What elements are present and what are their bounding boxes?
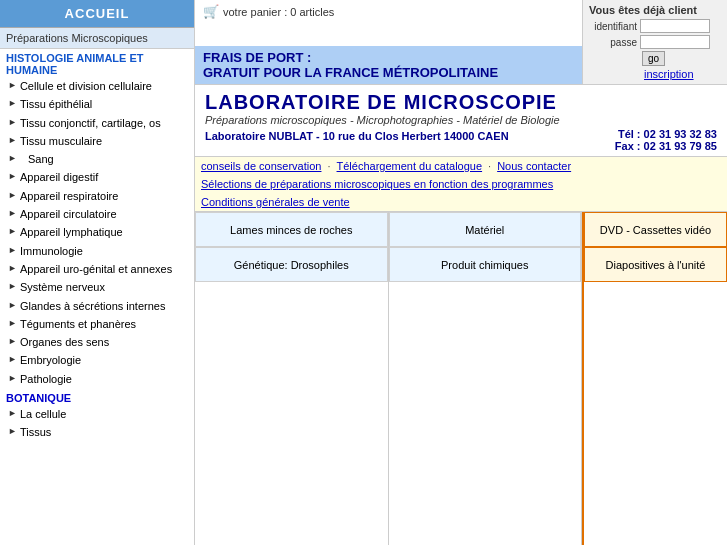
- cart-info: 🛒 votre panier : 0 articles: [203, 4, 574, 19]
- identifiant-input[interactable]: [640, 19, 710, 33]
- sidebar: ACCUEIL Préparations Microscopiques HIST…: [0, 0, 195, 545]
- list-item[interactable]: ► Glandes à sécrétions internes: [0, 297, 194, 315]
- arrow-icon: ►: [8, 226, 17, 238]
- grid-col-1: Lames minces de roches Génétique: Drosop…: [195, 212, 389, 545]
- lab-subtitle: Préparations microscopiques - Microphoto…: [205, 114, 717, 126]
- list-item[interactable]: ► Téguments et phanères: [0, 315, 194, 333]
- lab-address: Laboratoire NUBLAT - 10 rue du Clos Herb…: [205, 130, 509, 142]
- arrow-icon: ►: [8, 208, 17, 220]
- passe-input[interactable]: [640, 35, 710, 49]
- list-item[interactable]: ► Embryologie: [0, 351, 194, 369]
- links-row: conseils de conservation · Téléchargemen…: [195, 157, 727, 212]
- login-title: Vous êtes déjà client: [589, 4, 721, 16]
- identifiant-label: identifiant: [589, 21, 637, 32]
- arrow-icon: ►: [8, 336, 17, 348]
- arrow-icon: ►: [8, 80, 17, 92]
- botanique-category[interactable]: BOTANIQUE: [0, 388, 194, 405]
- accueil-label: ACCUEIL: [65, 6, 130, 21]
- cart-text: votre panier : 0 articles: [223, 6, 334, 18]
- identifiant-row: identifiant: [589, 19, 721, 33]
- list-item[interactable]: ► Appareil digestif: [0, 168, 194, 186]
- list-item[interactable]: ► Appareil circulatoire: [0, 205, 194, 223]
- list-item[interactable]: ► Sang: [0, 150, 194, 168]
- link-selections[interactable]: Sélections de préparations microscopique…: [201, 178, 553, 190]
- grid-cell-produit[interactable]: Produit chimiques: [389, 247, 582, 282]
- arrow-icon: ►: [8, 245, 17, 257]
- list-item[interactable]: ► Cellule et division cellulaire: [0, 77, 194, 95]
- frais-subtitle: GRATUIT POUR LA FRANCE MÉTROPOLITAINE: [203, 65, 574, 80]
- grid-col-3: DVD - Cassettes vidéo Diapositives à l'u…: [582, 212, 727, 545]
- list-item[interactable]: ► Tissus: [0, 423, 194, 441]
- cart-icon: 🛒: [203, 4, 219, 19]
- login-area: Vous êtes déjà client identifiant passe …: [582, 0, 727, 84]
- list-item[interactable]: ► La cellule: [0, 405, 194, 423]
- header-top: 🛒 votre panier : 0 articles FRAIS DE POR…: [195, 0, 727, 85]
- histologie-category[interactable]: HISTOLOGIE ANIMALE ET HUMAINE: [0, 49, 194, 77]
- grid-col-2: Matériel Produit chimiques: [389, 212, 583, 545]
- link-contact[interactable]: Nous contacter: [497, 160, 571, 172]
- go-button[interactable]: go: [642, 51, 665, 66]
- arrow-icon: ►: [8, 318, 17, 330]
- frais-title: FRAIS DE PORT :: [203, 50, 574, 65]
- link-conservation[interactable]: conseils de conservation: [201, 160, 321, 172]
- grid-cell-lames[interactable]: Lames minces de roches: [195, 212, 388, 247]
- bottom-grid: Lames minces de roches Génétique: Drosop…: [195, 212, 727, 545]
- arrow-icon: ►: [8, 281, 17, 293]
- arrow-icon: ►: [8, 117, 17, 129]
- arrow-icon: ►: [8, 354, 17, 366]
- list-item[interactable]: ► Organes des sens: [0, 333, 194, 351]
- histologie-label: HISTOLOGIE ANIMALE ET HUMAINE: [6, 52, 144, 76]
- arrow-icon: ►: [8, 98, 17, 110]
- arrow-icon: ►: [8, 300, 17, 312]
- arrow-icon: ►: [8, 171, 17, 183]
- grid-cell-dvd[interactable]: DVD - Cassettes vidéo: [584, 212, 727, 247]
- botanique-label: BOTANIQUE: [6, 392, 71, 404]
- grid-cell-genetique[interactable]: Génétique: Drosophiles: [195, 247, 388, 282]
- list-item[interactable]: ► Tissu épithélial: [0, 95, 194, 113]
- preparations-header[interactable]: Préparations Microscopiques: [0, 28, 194, 49]
- sidebar-accueil[interactable]: ACCUEIL: [0, 0, 194, 28]
- cart-area: 🛒 votre panier : 0 articles: [195, 0, 582, 44]
- link-conditions[interactable]: Conditions générales de vente: [201, 196, 350, 208]
- list-item[interactable]: ► Tissu conjonctif, cartilage, os: [0, 114, 194, 132]
- arrow-icon: ►: [8, 426, 17, 438]
- passe-label: passe: [589, 37, 637, 48]
- list-item[interactable]: ► Appareil respiratoire: [0, 187, 194, 205]
- preparations-label: Préparations Microscopiques: [6, 32, 148, 44]
- cart-frais-area: 🛒 votre panier : 0 articles FRAIS DE POR…: [195, 0, 582, 84]
- main-content: 🛒 votre panier : 0 articles FRAIS DE POR…: [195, 0, 727, 545]
- list-item[interactable]: ► Immunologie: [0, 242, 194, 260]
- passe-row: passe: [589, 35, 721, 49]
- arrow-icon: ►: [8, 190, 17, 202]
- lab-tel: Tél : 02 31 93 32 83: [615, 128, 717, 140]
- grid-cell-materiel[interactable]: Matériel: [389, 212, 582, 247]
- list-item[interactable]: ► Pathologie: [0, 370, 194, 388]
- list-item[interactable]: ► Appareil lymphatique: [0, 223, 194, 241]
- list-item[interactable]: ► Système nerveux: [0, 278, 194, 296]
- main-title-area: LABORATOIRE DE MICROSCOPIE Préparations …: [195, 85, 727, 157]
- arrow-icon: ►: [8, 135, 17, 147]
- lab-fax: Fax : 02 31 93 79 85: [615, 140, 717, 152]
- grid-cell-diapositives[interactable]: Diapositives à l'unité: [584, 247, 727, 282]
- frais-box: FRAIS DE PORT : GRATUIT POUR LA FRANCE M…: [195, 46, 582, 84]
- arrow-icon: ►: [8, 153, 17, 165]
- arrow-icon: ►: [8, 263, 17, 275]
- list-item[interactable]: ► Tissu musculaire: [0, 132, 194, 150]
- arrow-icon: ►: [8, 408, 17, 420]
- lab-title: LABORATOIRE DE MICROSCOPIE: [205, 91, 717, 114]
- link-catalogue[interactable]: Téléchargement du catalogue: [337, 160, 483, 172]
- inscription-link[interactable]: inscription: [644, 68, 694, 80]
- list-item[interactable]: ► Appareil uro-génital et annexes: [0, 260, 194, 278]
- arrow-icon: ►: [8, 373, 17, 385]
